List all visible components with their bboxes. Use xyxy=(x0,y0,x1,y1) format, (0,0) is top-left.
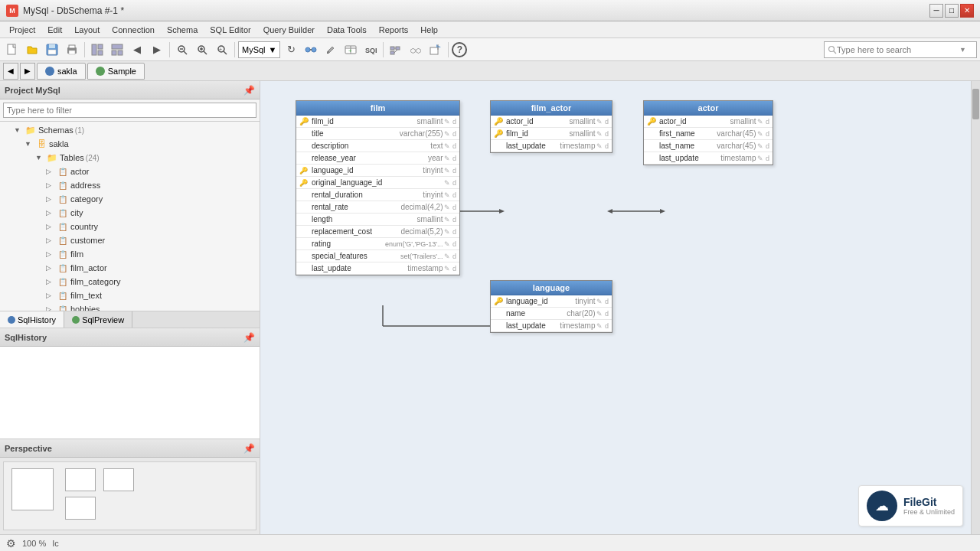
export-button[interactable] xyxy=(426,41,445,59)
zoom-out-button[interactable] xyxy=(173,41,191,59)
new-button[interactable] xyxy=(3,41,21,59)
tab-sample[interactable]: Sample xyxy=(87,63,145,80)
country-toggle[interactable]: ▷ xyxy=(46,223,57,230)
city-toggle[interactable]: ▷ xyxy=(46,209,57,217)
maximize-button[interactable]: □ xyxy=(945,4,959,18)
search-dropdown-arrow[interactable]: ▼ xyxy=(959,46,966,54)
menu-querybuilder[interactable]: Query Builder xyxy=(257,24,321,36)
film-actor-toggle[interactable]: ▷ xyxy=(46,264,57,272)
tree-search-input[interactable] xyxy=(3,103,256,118)
film-col-rental_duration[interactable]: rental_duration tinyint ✎ d xyxy=(296,189,459,201)
add-table-button[interactable]: + xyxy=(341,41,360,59)
actor-table[interactable]: actor 🔑 actor_id smallint ✎ d first_name… xyxy=(643,100,773,165)
tab-sakla[interactable]: sakla xyxy=(37,63,86,80)
film-actor-table[interactable]: film_actor 🔑 actor_id smallint ✎ d 🔑 fil… xyxy=(490,100,612,153)
tree-film[interactable]: ▷ 📋 film xyxy=(2,247,258,261)
actor-col-actor_id[interactable]: 🔑 actor_id smallint ✎ d xyxy=(644,116,773,128)
tree-category[interactable]: ▷ 📋 category xyxy=(2,192,258,206)
schema-button[interactable]: ⬡⬡ xyxy=(407,41,425,59)
search-input[interactable] xyxy=(837,45,959,54)
film-col-last_update[interactable]: last_update timestamp ✎ d xyxy=(296,262,459,275)
tree-film-category[interactable]: ▷ 📋 film_category xyxy=(2,275,258,289)
sql-button[interactable]: SQL xyxy=(361,41,380,59)
schemas-toggle[interactable]: ▼ xyxy=(14,126,24,134)
connect-button[interactable] xyxy=(302,41,320,59)
print-button[interactable] xyxy=(63,41,81,59)
perspective-pin[interactable]: 📌 xyxy=(243,443,255,454)
film-col-description[interactable]: description text ✎ d xyxy=(296,140,459,152)
close-button[interactable]: ✕ xyxy=(960,4,974,18)
hobbies-toggle[interactable]: ▷ xyxy=(46,305,57,311)
zoom-fit-button[interactable]: + xyxy=(213,41,231,59)
language-table[interactable]: language 🔑 language_id tinyint ✎ d name … xyxy=(490,280,612,333)
tree-film-actor[interactable]: ▷ 📋 film_actor xyxy=(2,261,258,275)
mini-map[interactable] xyxy=(3,461,256,530)
tree-city[interactable]: ▷ 📋 city xyxy=(2,206,258,220)
tree-actor[interactable]: ▷ 📋 actor xyxy=(2,165,258,178)
language-col-name[interactable]: name char(20) ✎ d xyxy=(491,308,612,320)
film-table[interactable]: film 🔑 film_id smallint ✎ d title varcha… xyxy=(296,100,460,276)
film-col-replacement_cost[interactable]: replacement_cost decimal(5,2) ✎ d xyxy=(296,226,459,238)
scrollbar-track[interactable] xyxy=(972,81,980,534)
forward-button[interactable]: ▶ xyxy=(148,41,166,59)
nav-next-button[interactable]: ▶ xyxy=(20,63,35,80)
edit-button[interactable] xyxy=(322,41,340,59)
film-col-original_language_id[interactable]: 🔑 original_language_id ✎ d xyxy=(296,177,459,189)
diagram-canvas[interactable]: film 🔑 film_id smallint ✎ d title varcha… xyxy=(260,81,971,534)
menu-reports[interactable]: Reports xyxy=(373,24,415,36)
film-text-toggle[interactable]: ▷ xyxy=(46,292,57,299)
help-button[interactable]: ? xyxy=(452,42,467,57)
scrollbar-thumb[interactable] xyxy=(972,89,979,119)
sql-preview-tab[interactable]: SqlPreview xyxy=(64,311,132,328)
menu-project[interactable]: Project xyxy=(3,24,41,36)
film-col-length[interactable]: length smallint ✎ d xyxy=(296,214,459,226)
actor-col-last_update[interactable]: last_update timestamp ✎ d xyxy=(644,152,773,165)
panel-pin-button[interactable]: 📌 xyxy=(243,85,255,96)
window-controls[interactable]: ─ □ ✕ xyxy=(929,4,974,18)
sakla-toggle[interactable]: ▼ xyxy=(24,140,35,148)
tree-tables-node[interactable]: ▼ 📁 Tables (24) xyxy=(2,151,258,165)
group-button[interactable] xyxy=(387,41,405,59)
tree-country[interactable]: ▷ 📋 country xyxy=(2,220,258,233)
address-toggle[interactable]: ▷ xyxy=(46,181,57,189)
customer-toggle[interactable]: ▷ xyxy=(46,236,57,244)
search-box[interactable]: ▼ xyxy=(824,41,977,58)
menu-sqleditor[interactable]: SQL Editor xyxy=(204,24,256,36)
vertical-scrollbar[interactable] xyxy=(971,81,980,534)
back-button[interactable]: ◀ xyxy=(128,41,146,59)
film-col-title[interactable]: title varchar(255) ✎ d xyxy=(296,128,459,140)
open-button[interactable] xyxy=(23,41,41,59)
film-actor-col-actor_id[interactable]: 🔑 actor_id smallint ✎ d xyxy=(491,116,612,128)
menu-edit[interactable]: Edit xyxy=(41,24,68,36)
tree-schemas-node[interactable]: ▼ 📁 Schemas (1) xyxy=(2,123,258,137)
film-toggle[interactable]: ▷ xyxy=(46,250,57,258)
tree-film-text[interactable]: ▷ 📋 film_text xyxy=(2,289,258,302)
tree-customer[interactable]: ▷ 📋 customer xyxy=(2,233,258,247)
language-col-language_id[interactable]: 🔑 language_id tinyint ✎ d xyxy=(491,295,612,308)
db-type-dropdown[interactable]: MySql ▼ xyxy=(238,41,280,58)
layout2-button[interactable] xyxy=(108,41,126,59)
sql-history-tab[interactable]: SqlHistory xyxy=(0,311,64,328)
tree-hobbies[interactable]: ▷ 📋 hobbies xyxy=(2,302,258,311)
sql-history-pin[interactable]: 📌 xyxy=(243,332,255,343)
film-col-rental_rate[interactable]: rental_rate decimal(4,2) ✎ d xyxy=(296,201,459,214)
category-toggle[interactable]: ▷ xyxy=(46,195,57,203)
film-col-rating[interactable]: rating enum('G','PG-13'... ✎ d xyxy=(296,238,459,250)
film-actor-col-last_update[interactable]: last_update timestamp ✎ d xyxy=(491,140,612,152)
tree-sakla-node[interactable]: ▼ 🗄 sakla xyxy=(2,137,258,151)
film-col-special_features[interactable]: special_features set('Trailers'... ✎ d xyxy=(296,250,459,262)
menu-schema[interactable]: Schema xyxy=(161,24,204,36)
menu-help[interactable]: Help xyxy=(414,24,444,36)
tree-address[interactable]: ▷ 📋 address xyxy=(2,178,258,192)
actor-col-last_name[interactable]: last_name varchar(45) ✎ d xyxy=(644,140,773,152)
language-col-last_update[interactable]: last_update timestamp ✎ d xyxy=(491,320,612,332)
minimize-button[interactable]: ─ xyxy=(929,4,943,18)
tables-toggle[interactable]: ▼ xyxy=(35,154,46,161)
save-button[interactable] xyxy=(43,41,61,59)
film-actor-col-film_id[interactable]: 🔑 film_id smallint ✎ d xyxy=(491,128,612,140)
nav-prev-button[interactable]: ◀ xyxy=(3,63,18,80)
zoom-in-button[interactable] xyxy=(193,41,211,59)
actor-col-first_name[interactable]: first_name varchar(45) ✎ d xyxy=(644,128,773,140)
film-col-release_year[interactable]: release_year year ✎ d xyxy=(296,152,459,165)
film-col-film_id[interactable]: 🔑 film_id smallint ✎ d xyxy=(296,116,459,128)
